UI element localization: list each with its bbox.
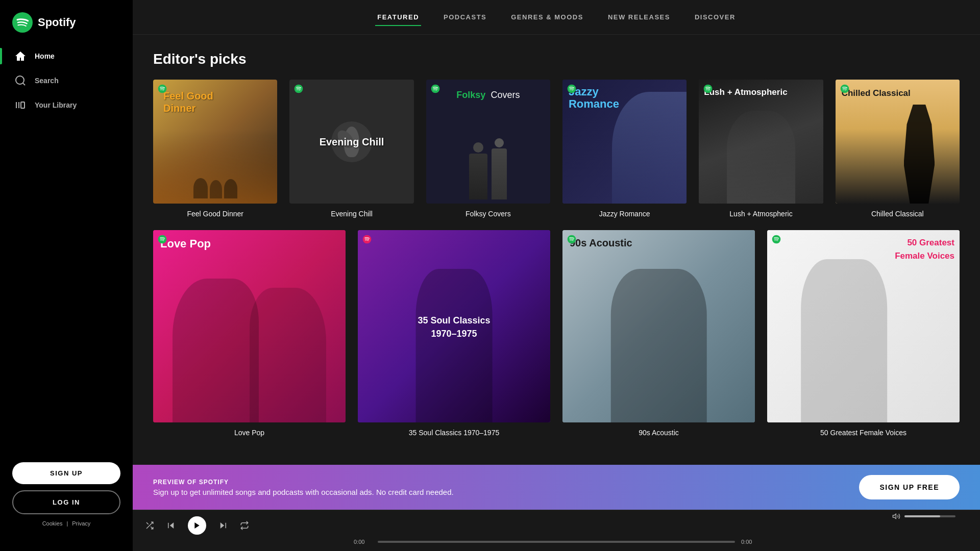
playlist-card-90s-acoustic[interactable]: 90s Acoustic 90s Acoustic [562, 230, 755, 437]
player-progress: 0:00 0:00 [145, 539, 968, 545]
logo-text: Spotify [38, 16, 76, 29]
card-title-chilled-classical: Chilled Classical [836, 210, 960, 218]
play-button[interactable] [188, 516, 206, 535]
card-image-50-greatest: 50 GreatestFemale Voices [767, 230, 960, 422]
playlist-card-35-soul[interactable]: 35 Soul Classics1970–1975 35 Soul Classi… [358, 230, 550, 437]
volume-area [892, 512, 955, 520]
card-title-folksy-covers: Folksy Covers [426, 210, 550, 218]
playlist-card-love-pop[interactable]: Love Pop Love Pop [153, 230, 346, 437]
volume-icon [892, 512, 900, 520]
svg-point-1 [16, 76, 24, 84]
content-area: Editor's picks [133, 35, 980, 465]
card-image-feel-good-dinner: Feel GoodDinner [153, 80, 277, 204]
svg-marker-22 [220, 522, 225, 529]
sidebar-item-library[interactable]: Your Library [8, 94, 125, 116]
svg-line-18 [146, 522, 149, 524]
playlist-card-chilled-classical[interactable]: Chilled Classical Chilled Classical [836, 80, 960, 218]
playlist-card-evening-chill[interactable]: Evening Chill Evening Chill [289, 80, 413, 218]
card-title-lush-atmospheric: Lush + Atmospheric [699, 210, 823, 218]
next-button[interactable] [218, 521, 228, 530]
card-image-chilled-classical: Chilled Classical [836, 80, 960, 204]
playlist-grid-row2: Love Pop Love Pop [153, 230, 960, 437]
sidebar-item-search[interactable]: Search [8, 69, 125, 92]
card-title-35-soul: 35 Soul Classics 1970–1975 [358, 429, 550, 437]
spotify-dot-chilled [840, 84, 850, 94]
logo: Spotify [0, 12, 133, 45]
spotify-dot-50greatest [771, 234, 781, 244]
section-title: Editor's picks [153, 51, 960, 67]
spotify-dot-feel-good [157, 84, 167, 94]
playlist-card-50-greatest[interactable]: 50 GreatestFemale Voices 50 Greatest Fem… [767, 230, 960, 437]
evening-chill-text: Evening Chill [320, 136, 384, 147]
nav-discover[interactable]: DISCOVER [693, 9, 738, 25]
card-image-lush-atmospheric: Lush + Atmospheric [699, 80, 823, 204]
search-icon [14, 74, 27, 87]
card-title-feel-good-dinner: Feel Good Dinner [153, 210, 277, 218]
volume-fill [904, 515, 940, 517]
playlist-card-jazzy-romance[interactable]: JazzyRomance Jazzy Romance [562, 80, 687, 218]
shuffle-button[interactable] [145, 521, 154, 530]
spotify-dot-90s [567, 234, 577, 244]
previous-button[interactable] [166, 521, 176, 530]
card-title-50-greatest: 50 Greatest Female Voices [767, 429, 960, 437]
sidebar-item-home[interactable]: Home [8, 45, 125, 67]
spotify-dot-lovepop [157, 234, 167, 244]
svg-rect-5 [21, 102, 24, 108]
svg-marker-19 [170, 522, 174, 529]
playlist-card-feel-good-dinner[interactable]: Feel GoodDinner Feel Good Dinner [153, 80, 277, 218]
time-end: 0:00 [741, 539, 759, 545]
signup-button[interactable]: SIGN UP [12, 462, 120, 484]
time-start: 0:00 [354, 539, 372, 545]
card-title-90s-acoustic: 90s Acoustic [562, 429, 755, 437]
home-icon [14, 50, 27, 62]
card-image-folksy-covers: Folksy Covers [426, 80, 550, 204]
progress-bar[interactable] [378, 541, 735, 543]
repeat-button[interactable] [240, 521, 249, 530]
spotify-dot-lush [703, 84, 713, 94]
svg-line-2 [23, 83, 25, 85]
card-title-jazzy-romance: Jazzy Romance [562, 210, 687, 218]
card-image-love-pop: Love Pop [153, 230, 346, 422]
nav-featured[interactable]: FEATURED [375, 9, 421, 25]
main-content: FEATURED PODCASTS GENRES & MOODS NEW REL… [133, 0, 980, 551]
spotify-dot-jazzy [567, 84, 577, 94]
card-image-35-soul: 35 Soul Classics1970–1975 [358, 230, 550, 422]
preview-text: PREVIEW OF SPOTIFY Sign up to get unlimi… [153, 479, 454, 496]
library-icon [14, 99, 27, 111]
spotify-dot-folksy [430, 84, 440, 94]
sidebar-footer: SIGN UP LOG IN Cookies | Privacy [0, 450, 133, 539]
nav-genres[interactable]: GENRES & MOODS [509, 9, 585, 25]
svg-marker-21 [194, 522, 199, 529]
playlist-card-folksy-covers[interactable]: Folksy Covers Folksy Covers [426, 80, 550, 218]
player-controls [145, 516, 249, 535]
spotify-logo-icon [12, 12, 33, 33]
top-navigation: FEATURED PODCASTS GENRES & MOODS NEW REL… [133, 0, 980, 35]
link-divider: | [66, 520, 68, 527]
preview-title: PREVIEW OF SPOTIFY [153, 479, 454, 486]
sidebar-links: Cookies | Privacy [12, 520, 120, 527]
card-title-evening-chill: Evening Chill [289, 210, 413, 218]
svg-marker-24 [893, 514, 896, 518]
player-row [145, 516, 968, 535]
preview-subtitle: Sign up to get unlimited songs and podca… [153, 488, 454, 496]
cookies-link[interactable]: Cookies [42, 520, 63, 527]
preview-banner: PREVIEW OF SPOTIFY Sign up to get unlimi… [133, 465, 980, 510]
nav-podcasts[interactable]: PODCASTS [442, 9, 488, 25]
sidebar-navigation: Home Search Your Library [0, 45, 133, 116]
card-image-90s-acoustic: 90s Acoustic [562, 230, 755, 422]
nav-new-releases[interactable]: NEW RELEASES [606, 9, 672, 25]
signup-free-button[interactable]: SIGN UP FREE [859, 475, 960, 499]
playlist-card-lush-atmospheric[interactable]: Lush + Atmospheric Lush + Atmospheric [699, 80, 823, 218]
card-image-jazzy-romance: JazzyRomance [562, 80, 687, 204]
spotify-dot-evening-chill [293, 84, 304, 94]
login-button[interactable]: LOG IN [12, 490, 120, 514]
spotify-dot-soul [362, 234, 372, 244]
privacy-link[interactable]: Privacy [72, 520, 90, 527]
card-image-evening-chill: Evening Chill [289, 80, 413, 204]
sidebar: Spotify Home Search [0, 0, 133, 551]
feel-good-text: Feel GoodDinner [163, 90, 213, 114]
volume-bar[interactable] [904, 515, 955, 517]
playlist-grid-row1: Feel GoodDinner Feel Good Dinner [153, 80, 960, 218]
player-bar: 0:00 0:00 [133, 510, 980, 551]
card-title-love-pop: Love Pop [153, 429, 346, 437]
